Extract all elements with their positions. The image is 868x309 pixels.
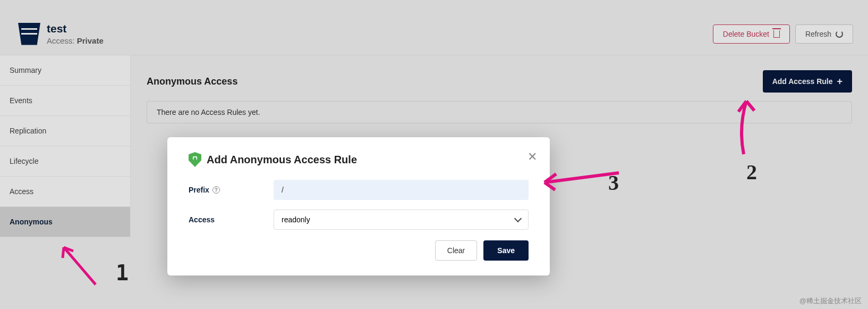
save-label: Save (497, 246, 515, 255)
add-rule-modal: ✕ Add Anonymous Access Rule Prefix ? Acc… (167, 137, 550, 275)
annotation-arrow-1 (53, 239, 106, 293)
save-button[interactable]: Save (483, 240, 529, 261)
access-selected-value: readonly (282, 215, 310, 224)
prefix-label-text: Prefix (189, 186, 209, 194)
clear-label: Clear (447, 246, 465, 255)
help-icon[interactable]: ? (212, 186, 220, 194)
access-label: Access (189, 215, 274, 224)
annotation-number-2: 2 (746, 160, 757, 185)
close-button[interactable]: ✕ (527, 150, 537, 164)
modal-header: Add Anonymous Access Rule (189, 152, 529, 167)
access-label-text: Access (189, 215, 215, 224)
access-select[interactable]: readonly (274, 210, 529, 230)
prefix-input[interactable] (274, 180, 529, 200)
modal-actions: Clear Save (189, 240, 529, 261)
clear-button[interactable]: Clear (435, 240, 477, 261)
annotation-arrow-2 (733, 96, 765, 160)
shield-icon (189, 152, 201, 167)
modal-title: Add Anonymous Access Rule (207, 154, 357, 166)
chevron-down-icon (514, 215, 522, 222)
access-row: Access readonly (189, 210, 529, 230)
watermark: @稀土掘金技术社区 (799, 296, 862, 306)
annotation-number-1: 1 (116, 261, 129, 285)
prefix-label: Prefix ? (189, 186, 274, 194)
prefix-row: Prefix ? (189, 180, 529, 200)
close-icon: ✕ (527, 150, 537, 163)
annotation-number-3: 3 (608, 170, 619, 195)
